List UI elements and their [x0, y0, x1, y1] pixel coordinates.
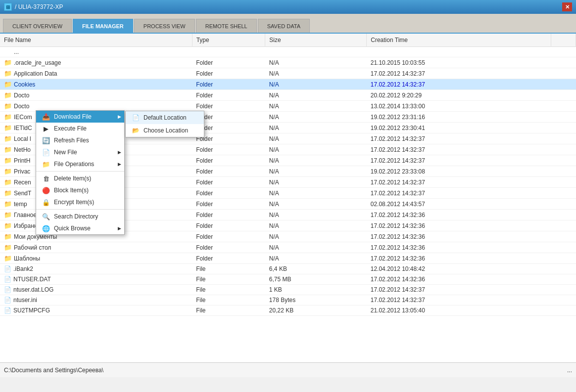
- ctx-block-items[interactable]: 🔴 Block Item(s): [36, 184, 124, 196]
- file-size-cell: N/A: [265, 68, 367, 79]
- ctx-search-directory[interactable]: 🔍 Search Directory: [36, 211, 124, 222]
- table-row[interactable]: 📁Application DataFolderN/A17.02.2012 14:…: [0, 68, 576, 79]
- download-icon: 📥: [42, 113, 50, 121]
- file-extra-cell: [551, 199, 576, 210]
- search-icon: 🔍: [42, 213, 50, 220]
- table-row[interactable]: 📄ntuser.iniFile178 Bytes17.02.2012 14:32…: [0, 295, 576, 305]
- file-time-cell: 17.02.2012 14:32:37: [367, 295, 551, 305]
- file-type-cell: Folder: [192, 79, 265, 90]
- file-time-cell: 17.02.2012 14:32:37: [367, 133, 551, 144]
- title-bar-left: ⊞ / ULIA-373772-XP: [4, 3, 63, 11]
- table-row[interactable]: 📁CookiesFolderN/A17.02.2012 14:32:37: [0, 79, 576, 90]
- table-row[interactable]: 📄ntuser.dat.LOGFile1 KB17.02.2012 14:32:…: [0, 285, 576, 295]
- table-row[interactable]: 📄.iBank2File6,4 KB12.04.2012 10:48:42: [0, 264, 576, 274]
- file-name-cell: ...: [0, 47, 192, 57]
- title-bar: ⊞ / ULIA-373772-XP ✕: [0, 0, 576, 14]
- folder-icon: 📁: [4, 59, 12, 66]
- ctx-download-file[interactable]: 📥 Download File 📄 Default Location 📂 Cho…: [36, 111, 124, 123]
- file-extra-cell: [551, 101, 576, 112]
- sub-choose-location[interactable]: 📂 Choose Location: [126, 124, 204, 137]
- file-type-cell: [192, 47, 265, 57]
- folder-icon: 📁: [4, 211, 12, 218]
- ctx-file-operations[interactable]: 📁 File Operations: [36, 158, 124, 170]
- ctx-encrypt-items[interactable]: 🔒 Encrypt Item(s): [36, 196, 124, 208]
- folder-icon: 📁: [4, 168, 12, 175]
- table-row[interactable]: 📁ШаблоныFolderN/A17.02.2012 14:32:36: [0, 253, 576, 264]
- table-row[interactable]: 📁.oracle_jre_usageFolderN/A21.10.2015 10…: [0, 57, 576, 68]
- file-size-cell: N/A: [265, 57, 367, 68]
- file-extra-cell: [551, 285, 576, 295]
- table-row[interactable]: 📁DoctoFolderN/A20.02.2012 9:20:29: [0, 90, 576, 101]
- file-name-cell: 📄ntuser.dat.LOG: [0, 285, 192, 295]
- file-extra-cell: [551, 79, 576, 90]
- header-extra: [551, 34, 576, 47]
- file-extra-cell: [551, 68, 576, 79]
- file-time-cell: 13.02.2014 13:33:00: [367, 101, 551, 112]
- table-row[interactable]: 📄SU2TMPCFGFile20,22 KB21.02.2012 13:05:4…: [0, 305, 576, 316]
- tab-process-view[interactable]: PROCESS VIEW: [134, 19, 195, 33]
- file-type-cell: Folder: [192, 90, 265, 101]
- file-extra-cell: [551, 155, 576, 166]
- file-size-cell: N/A: [265, 144, 367, 155]
- tab-saved-data[interactable]: SAVED DATA: [258, 19, 310, 33]
- sub-default-location[interactable]: 📄 Default Location: [126, 111, 204, 124]
- tab-remote-shell[interactable]: REMOTE SHELL: [196, 19, 257, 33]
- file-size-cell: 1 KB: [265, 285, 367, 295]
- ctx-new-file[interactable]: 📄 New File: [36, 146, 124, 158]
- file-time-cell: 17.02.2012 14:32:36: [367, 220, 551, 231]
- folder-icon: 📁: [4, 70, 12, 77]
- file-size-cell: N/A: [265, 133, 367, 144]
- file-time-cell: 21.02.2012 13:05:40: [367, 305, 551, 316]
- ctx-refresh-files[interactable]: 🔄 Refresh Files: [36, 134, 124, 146]
- folder-icon: 📁: [4, 178, 12, 186]
- file-extra-cell: [551, 295, 576, 305]
- file-time-cell: 17.02.2012 14:32:36: [367, 231, 551, 242]
- tab-file-manager[interactable]: FILE MANAGER: [73, 19, 133, 33]
- tab-client-overview[interactable]: CLIENT OVERVIEW: [3, 19, 72, 33]
- file-time-cell: 19.02.2012 23:31:16: [367, 112, 551, 123]
- file-size-cell: N/A: [265, 253, 367, 264]
- file-size-cell: [265, 47, 367, 57]
- file-size-cell: N/A: [265, 242, 367, 253]
- file-type-cell: Folder: [192, 166, 265, 177]
- folder-icon: 📁: [4, 113, 12, 121]
- ctx-execute-file[interactable]: ▶ Execute File: [36, 123, 124, 134]
- file-type-cell: Folder: [192, 188, 265, 199]
- window-title: / ULIA-373772-XP: [15, 3, 63, 10]
- choose-location-icon: 📂: [132, 127, 140, 134]
- file-name-cell: 📁Cookies: [0, 79, 192, 90]
- file-type-cell: File: [192, 305, 265, 316]
- table-row[interactable]: ...: [0, 47, 576, 57]
- file-size-cell: N/A: [265, 231, 367, 242]
- ctx-quick-browse[interactable]: 🌐 Quick Browse: [36, 222, 124, 234]
- file-type-cell: Folder: [192, 155, 265, 166]
- file-time-cell: 17.02.2012 14:32:37: [367, 177, 551, 188]
- file-time-cell: 19.02.2012 23:33:08: [367, 166, 551, 177]
- file-extra-cell: [551, 112, 576, 123]
- default-location-icon: 📄: [132, 114, 140, 122]
- close-button[interactable]: ✕: [562, 2, 572, 11]
- file-time-cell: [367, 47, 551, 57]
- file-size-cell: N/A: [265, 112, 367, 123]
- header-type: Type: [192, 34, 265, 47]
- app-icon: ⊞: [4, 3, 12, 11]
- file-extra-cell: [551, 264, 576, 274]
- file-type-cell: File: [192, 285, 265, 295]
- file-type-cell: Folder: [192, 177, 265, 188]
- table-row[interactable]: 📁Рабочий столFolderN/A17.02.2012 14:32:3…: [0, 242, 576, 253]
- folder-icon: 📁: [4, 135, 12, 142]
- file-size-cell: N/A: [265, 199, 367, 210]
- file-size-cell: N/A: [265, 177, 367, 188]
- folder-icon: 📁: [4, 200, 12, 208]
- file-time-cell: 17.02.2012 14:32:36: [367, 274, 551, 285]
- file-extra-cell: [551, 133, 576, 144]
- ctx-delete-items[interactable]: 🗑 Delete Item(s): [36, 173, 124, 184]
- file-size-cell: N/A: [265, 188, 367, 199]
- file-type-cell: Folder: [192, 242, 265, 253]
- file-name-cell: 📁Рабочий стол: [0, 242, 192, 253]
- file-extra-cell: [551, 166, 576, 177]
- file-extra-cell: [551, 231, 576, 242]
- tab-bar: CLIENT OVERVIEW FILE MANAGER PROCESS VIE…: [0, 14, 576, 34]
- main-content: File Name Type Size Creation Time ...📁.o…: [0, 34, 576, 377]
- table-row[interactable]: 📄NTUSER.DATFile6,75 MB17.02.2012 14:32:3…: [0, 274, 576, 285]
